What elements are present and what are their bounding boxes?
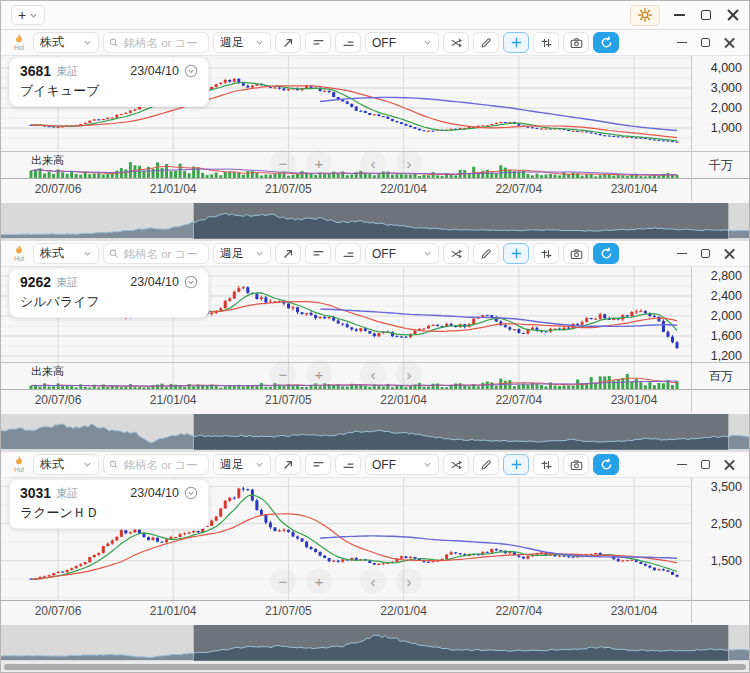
- x-axis-label: 21/07/05: [265, 393, 312, 407]
- compare-button[interactable]: [443, 32, 469, 53]
- zoom-in-button[interactable]: +: [306, 361, 332, 387]
- y-axis-label: 1,000: [682, 120, 742, 136]
- chart-close-button[interactable]: [724, 459, 735, 470]
- chevron-circle-icon[interactable]: [184, 275, 198, 289]
- scrollbar-thumb[interactable]: [4, 664, 746, 670]
- crosshair-add-button[interactable]: [503, 32, 529, 53]
- volume-unit-label: 千万: [691, 157, 750, 174]
- align-bottom-lines-icon: [342, 459, 355, 471]
- chart-plot-area[interactable]: 3031 東証 23/04/10 ラクーンＨＤ − + ‹ › 1,5002,5…: [1, 478, 749, 601]
- screenshot-button[interactable]: [563, 32, 589, 53]
- period-select[interactable]: 週足: [213, 32, 271, 53]
- zoom-out-button[interactable]: −: [270, 150, 296, 176]
- compare-button[interactable]: [443, 243, 469, 264]
- overlay-select[interactable]: OFF: [365, 32, 439, 53]
- layout-bottom-button[interactable]: [335, 454, 361, 475]
- refresh-button[interactable]: [593, 32, 619, 53]
- popout-button[interactable]: [275, 32, 301, 53]
- overlay-select[interactable]: OFF: [365, 454, 439, 475]
- screenshot-button[interactable]: [563, 454, 589, 475]
- chart-minimize-button[interactable]: [677, 464, 687, 466]
- draw-button[interactable]: [473, 243, 499, 264]
- symbol-search-input[interactable]: [121, 458, 203, 472]
- chevron-down-icon: [255, 38, 264, 47]
- zoom-out-button[interactable]: −: [270, 568, 296, 594]
- refresh-button[interactable]: [593, 454, 619, 475]
- pan-right-button[interactable]: ›: [396, 568, 422, 594]
- chart-stack: Hot 株式 週足 OFF: [1, 30, 749, 661]
- arrow-up-right-icon: [282, 459, 294, 471]
- overlay-select-value: OFF: [372, 36, 419, 50]
- compare-button[interactable]: [443, 454, 469, 475]
- symbol-search[interactable]: [103, 454, 209, 475]
- symbol-search[interactable]: [103, 243, 209, 264]
- pan-left-button[interactable]: ‹: [360, 150, 386, 176]
- symbol-info-box[interactable]: 3681 東証 23/04/10 ブイキューブ: [9, 57, 209, 107]
- chart-window-controls: [677, 459, 741, 470]
- chevron-down-icon: [423, 460, 432, 469]
- chart-window-0: Hot 株式 週足 OFF: [1, 30, 749, 239]
- indicator-settings-button[interactable]: [533, 454, 559, 475]
- zoom-pan-controls: − + ‹ ›: [1, 150, 691, 176]
- range-navigator[interactable]: [1, 625, 749, 661]
- popout-button[interactable]: [275, 454, 301, 475]
- zoom-out-button[interactable]: −: [270, 361, 296, 387]
- draw-button[interactable]: [473, 454, 499, 475]
- layout-top-button[interactable]: [305, 243, 331, 264]
- sliders-icon: [540, 459, 553, 471]
- crosshair-add-button[interactable]: [503, 243, 529, 264]
- settings-button[interactable]: [630, 5, 660, 26]
- indicator-settings-button[interactable]: [533, 243, 559, 264]
- pan-left-button[interactable]: ‹: [360, 568, 386, 594]
- period-select[interactable]: 週足: [213, 454, 271, 475]
- chart-plot-area[interactable]: 3681 東証 23/04/10 ブイキューブ 出来高 千万 − + ‹ › 1…: [1, 56, 749, 179]
- screenshot-button[interactable]: [563, 243, 589, 264]
- indicator-settings-button[interactable]: [533, 32, 559, 53]
- market-select[interactable]: 株式: [33, 32, 99, 53]
- market-select-value: 株式: [40, 245, 79, 262]
- chart-maximize-button[interactable]: [701, 249, 710, 258]
- layout-bottom-button[interactable]: [335, 243, 361, 264]
- chart-minimize-button[interactable]: [677, 253, 687, 255]
- period-select[interactable]: 週足: [213, 243, 271, 264]
- chevron-circle-icon[interactable]: [184, 64, 198, 78]
- chart-minimize-button[interactable]: [677, 42, 687, 44]
- symbol-search[interactable]: [103, 32, 209, 53]
- minimize-button[interactable]: [674, 14, 685, 16]
- chart-plot-area[interactable]: 9262 東証 23/04/10 シルバライフ 出来高 百万 − + ‹ › 1…: [1, 267, 749, 390]
- maximize-button[interactable]: [701, 10, 711, 20]
- overlay-select[interactable]: OFF: [365, 243, 439, 264]
- layout-bottom-button[interactable]: [335, 32, 361, 53]
- chart-maximize-button[interactable]: [701, 460, 710, 469]
- close-button[interactable]: [727, 9, 739, 21]
- draw-button[interactable]: [473, 32, 499, 53]
- chart-close-button[interactable]: [724, 248, 735, 259]
- range-navigator[interactable]: [1, 414, 749, 450]
- symbol-info-box[interactable]: 3031 東証 23/04/10 ラクーンＨＤ: [9, 479, 209, 529]
- symbol-info-box[interactable]: 9262 東証 23/04/10 シルバライフ: [9, 268, 209, 318]
- market-select[interactable]: 株式: [33, 454, 99, 475]
- zoom-in-button[interactable]: +: [306, 568, 332, 594]
- layout-top-button[interactable]: [305, 32, 331, 53]
- pan-right-button[interactable]: ›: [396, 150, 422, 176]
- crosshair-add-button[interactable]: [503, 454, 529, 475]
- horizontal-scrollbar[interactable]: [1, 663, 749, 671]
- x-axis-label: 20/07/06: [35, 604, 82, 618]
- chart-close-button[interactable]: [724, 37, 735, 48]
- layout-top-button[interactable]: [305, 454, 331, 475]
- symbol-search-input[interactable]: [121, 36, 203, 50]
- range-navigator[interactable]: [1, 203, 749, 239]
- symbol-search-input[interactable]: [121, 247, 203, 261]
- popout-button[interactable]: [275, 243, 301, 264]
- pan-left-button[interactable]: ‹: [360, 361, 386, 387]
- chevron-circle-icon[interactable]: [184, 486, 198, 500]
- zoom-in-button[interactable]: +: [306, 150, 332, 176]
- market-select[interactable]: 株式: [33, 243, 99, 264]
- sliders-icon: [540, 248, 553, 260]
- pan-right-button[interactable]: ›: [396, 361, 422, 387]
- chart-maximize-button[interactable]: [701, 38, 710, 47]
- add-chart-button[interactable]: +: [11, 5, 45, 25]
- refresh-button[interactable]: [593, 243, 619, 264]
- x-axis-label: 22/07/04: [495, 604, 542, 618]
- symbol-code: 3681: [20, 63, 51, 79]
